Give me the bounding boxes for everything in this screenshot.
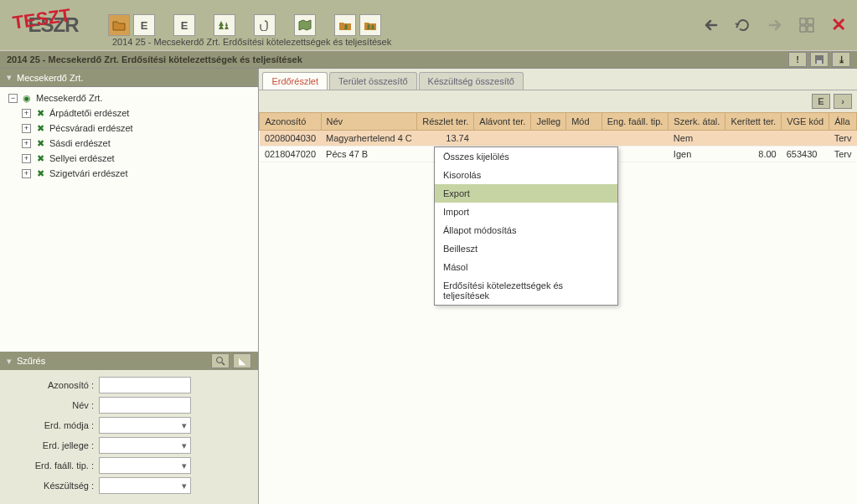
attachment-icon[interactable] [254, 14, 276, 36]
expander-plus-icon[interactable]: + [22, 139, 31, 148]
trees-icon[interactable] [214, 14, 235, 36]
tree: − ◉ Mecsekerdő Zrt. + ✖ Árpádtetői erdés… [0, 87, 258, 352]
col-header[interactable]: Mód [566, 113, 602, 131]
forestry-icon: ✖ [34, 107, 46, 119]
nav-right: ✕ [698, 13, 852, 37]
tree-title: Mecsekerdő Zrt. [17, 73, 83, 83]
forestry-icon: ✖ [34, 167, 46, 179]
field-label: Erd. módja : [8, 420, 99, 430]
collapse-icon: ▾ [7, 356, 12, 367]
tree-child-node[interactable]: + ✖ Pécsváradi erdészet [0, 121, 258, 136]
svg-point-6 [217, 357, 223, 363]
cm-allapot[interactable]: Állapot módosítás [435, 221, 617, 239]
close-button[interactable]: ✕ [825, 13, 852, 37]
tab-erdoreszlet[interactable]: Erdőrészlet [262, 72, 328, 90]
cell: Igen [669, 147, 725, 162]
page-title-bar: 2014 25 - Mecsekerdő Zrt. Erdősítési köt… [0, 50, 857, 69]
col-header[interactable]: Kerített ter. [725, 113, 782, 131]
cell: Terv [829, 131, 857, 147]
cell [566, 131, 602, 147]
col-header[interactable]: Eng. faáll. tip. [601, 113, 669, 131]
filter-title: Szűrés [17, 356, 45, 366]
context-menu: Összes kijelölés Kisorolás Export Import… [434, 147, 618, 306]
tree-root-node[interactable]: − ◉ Mecsekerdő Zrt. [0, 90, 258, 105]
tree-node-label: Sásdi erdészet [49, 138, 111, 148]
toolbar-e1-button[interactable]: E [133, 14, 155, 36]
expander-plus-icon[interactable]: + [22, 169, 31, 178]
col-header[interactable]: VGE kód [782, 113, 829, 131]
cm-import[interactable]: Import [435, 203, 617, 221]
forestry-icon: ✖ [34, 137, 46, 149]
col-header[interactable]: Azonosító [260, 113, 321, 131]
cell: 13.74 [417, 131, 474, 147]
grid-more-button[interactable]: › [834, 94, 852, 109]
breadcrumb: 2014 25 - Mecsekerdő Zrt. Erdősítési köt… [112, 37, 391, 47]
collapse-icon: ▾ [7, 72, 12, 83]
tab-terulet[interactable]: Terület összesítő [329, 72, 417, 90]
filter-panel-header[interactable]: ▾ Szűrés ◣ [0, 352, 258, 370]
cell [601, 131, 669, 147]
col-header[interactable]: Név [321, 113, 417, 131]
folder-trees-icon[interactable] [334, 14, 356, 36]
cm-erdositesi[interactable]: Erdősítési kötelezettségek és teljesítés… [435, 276, 617, 305]
tree-panel-header[interactable]: ▾ Mecsekerdő Zrt. [0, 69, 258, 87]
expander-plus-icon[interactable]: + [22, 109, 31, 118]
cm-export[interactable]: Export [435, 184, 617, 203]
col-header[interactable]: Szerk. átal. [669, 113, 725, 131]
col-header[interactable]: Részlet ter. [417, 113, 474, 131]
modja-select[interactable] [99, 417, 191, 434]
field-label: Készültség : [8, 481, 99, 491]
col-header[interactable]: Alávont ter. [474, 113, 531, 131]
folder-trees2-icon[interactable] [359, 14, 381, 36]
tab-bar: Erdőrészlet Terület összesítő Készültség… [259, 69, 857, 90]
expander-minus-icon[interactable]: − [8, 94, 18, 103]
folder-open-icon[interactable] [108, 14, 130, 36]
tree-child-node[interactable]: + ✖ Szigetvári erdészet [0, 166, 258, 181]
field-label: Erd. jellege : [8, 440, 99, 450]
expander-plus-icon[interactable]: + [22, 154, 31, 163]
tree-node-label: Mecsekerdő Zrt. [36, 93, 102, 103]
keszultseg-select[interactable] [99, 477, 191, 494]
toolbar-e2-button[interactable]: E [173, 14, 195, 36]
cm-copy[interactable]: Másol [435, 258, 617, 276]
subheader-down-button[interactable]: ⤓ [832, 52, 850, 67]
azonosito-input[interactable] [99, 377, 191, 393]
cell: 0208004030 [260, 131, 321, 147]
tree-node-label: Árpádtetői erdészet [49, 108, 129, 118]
col-header[interactable]: Álla [829, 113, 857, 131]
back-button[interactable] [698, 13, 725, 37]
search-button[interactable] [211, 353, 230, 368]
nev-input[interactable] [99, 397, 191, 414]
map-icon[interactable] [294, 14, 316, 36]
faall-select[interactable] [99, 457, 191, 474]
subheader-save-button[interactable] [810, 52, 829, 67]
table-row[interactable]: 0208004030 Magyarhertelend 4 C 13.74 Nem… [260, 131, 857, 147]
col-header[interactable]: Jelleg [531, 113, 566, 131]
svg-rect-1 [808, 18, 813, 24]
cm-select-all[interactable]: Összes kijelölés [435, 147, 617, 166]
tree-node-label: Pécsváradi erdészet [49, 123, 133, 133]
tree-node-label: Szigetvári erdészet [49, 168, 128, 178]
grid-view-button[interactable] [793, 13, 820, 37]
cell: Nem [669, 131, 725, 147]
app-header: ESZR TESZT E E ✕ 2014 25 - Mecsekerdő Zr… [0, 0, 857, 50]
tab-keszultseg[interactable]: Készültség összesítő [419, 72, 524, 90]
grid-e-button[interactable]: E [812, 94, 830, 109]
cm-paste[interactable]: Beilleszt [435, 239, 617, 258]
cell: Pécs 47 B [321, 147, 417, 162]
field-label: Erd. faáll. tip. : [8, 460, 99, 471]
tree-child-node[interactable]: + ✖ Sellyei erdészet [0, 151, 258, 166]
refresh-button[interactable] [730, 13, 756, 37]
cm-kisorolas[interactable]: Kisorolás [435, 166, 617, 184]
forward-button[interactable] [761, 13, 788, 37]
tree-child-node[interactable]: + ✖ Árpádtetői erdészet [0, 105, 258, 121]
forestry-icon: ✖ [34, 122, 46, 134]
clear-filter-button[interactable]: ◣ [233, 353, 251, 368]
subheader-warn-button[interactable]: ! [788, 52, 807, 67]
jellege-select[interactable] [99, 437, 191, 454]
expander-plus-icon[interactable]: + [22, 124, 31, 133]
cell [725, 131, 782, 147]
field-label: Azonosító : [8, 380, 99, 390]
svg-rect-0 [800, 18, 806, 24]
tree-child-node[interactable]: + ✖ Sásdi erdészet [0, 136, 258, 151]
